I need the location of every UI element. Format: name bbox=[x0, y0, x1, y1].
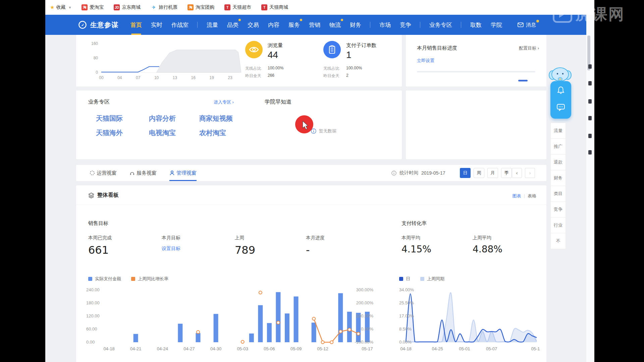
svg-text:04-27: 04-27 bbox=[183, 346, 195, 351]
svg-text:05-12: 05-12 bbox=[317, 346, 328, 351]
metric-week-done: 本周已完成 661 bbox=[88, 235, 112, 256]
prev-period-button[interactable]: ‹ bbox=[512, 168, 522, 178]
quick-nav-item[interactable]: 类目 bbox=[550, 186, 566, 202]
brand[interactable]: 生意参谋 bbox=[78, 20, 118, 29]
nav-item[interactable]: 财务 bbox=[350, 15, 361, 35]
view-tab[interactable]: 服务视窗 bbox=[129, 165, 157, 181]
nav-item[interactable]: 实时 bbox=[151, 15, 162, 35]
stat-time: 统计时间 2019-05-17 bbox=[391, 165, 445, 181]
period-button[interactable]: 日 bbox=[460, 168, 471, 178]
metric-lastweek-avg: 上周平均 4.88% bbox=[473, 235, 502, 255]
chat-icon[interactable] bbox=[556, 103, 565, 111]
svg-text:13: 13 bbox=[173, 75, 177, 80]
nav-item[interactable]: 内容 bbox=[268, 15, 279, 35]
zone-link-short-video[interactable]: 商家短视频 bbox=[199, 114, 233, 123]
nav-item[interactable]: 营销 bbox=[309, 15, 320, 35]
nav-item[interactable]: 物流 bbox=[329, 15, 341, 35]
nav-item[interactable]: 流量 bbox=[207, 15, 218, 35]
metric-month-goal: 本月目标 设置目标 bbox=[162, 235, 180, 252]
views-yesterday-label: 昨日全天 bbox=[245, 73, 261, 79]
svg-text:04-21: 04-21 bbox=[130, 346, 141, 351]
legend-swatch bbox=[88, 277, 92, 281]
nav-item[interactable]: 作战室 bbox=[171, 15, 189, 35]
nav-item[interactable]: 业务专区 bbox=[429, 15, 452, 35]
favorites-menu[interactable]: ★ 收藏 ▼ bbox=[50, 4, 71, 10]
bookmark-icon: JD bbox=[114, 4, 120, 10]
setup-now-link[interactable]: 立即设置 bbox=[417, 58, 434, 64]
side-tool-icon bbox=[588, 81, 592, 85]
svg-text:8.50%: 8.50% bbox=[399, 326, 412, 331]
svg-text:0.00%: 0.00% bbox=[361, 326, 373, 331]
carousel-indicator[interactable] bbox=[518, 80, 528, 81]
svg-text:25.50%: 25.50% bbox=[399, 300, 414, 305]
view-tab[interactable]: 运营视窗 bbox=[90, 165, 117, 181]
quick-nav-item[interactable]: 退款 bbox=[550, 154, 566, 170]
messages-label: 消息 bbox=[526, 22, 536, 28]
dashboard-title: 整体看板 bbox=[97, 192, 119, 199]
metric-last-week: 上周 789 bbox=[235, 235, 255, 256]
zone-title: 业务专区 bbox=[88, 99, 110, 106]
nav-item[interactable]: 交易 bbox=[248, 15, 259, 35]
bookmark-icon: T bbox=[261, 4, 267, 10]
overall-dashboard-card: 整体看板 图表 | 表格 销售目标 支付转化率 本周已完成 661 本月目标 设… bbox=[76, 185, 546, 362]
goal-title: 本月销售目标进度 bbox=[417, 45, 457, 51]
table-toggle[interactable]: 表格 bbox=[528, 193, 536, 199]
svg-text:05-17: 05-17 bbox=[362, 346, 373, 351]
quick-nav-item[interactable]: 竞争 bbox=[550, 201, 566, 218]
period-button[interactable]: 周 bbox=[474, 168, 484, 178]
today-overview-card: 1608000004071013161923 浏览量 44 无线占比 100.0… bbox=[76, 35, 402, 86]
set-goal-link[interactable]: 设置目标 bbox=[162, 246, 180, 252]
nav-item[interactable]: 竞争 bbox=[400, 15, 411, 35]
svg-text:0.00%: 0.00% bbox=[399, 340, 412, 345]
quick-nav-item[interactable]: 推广 bbox=[550, 138, 566, 155]
configure-goal-link[interactable]: 配置目标 › bbox=[519, 45, 539, 51]
nav-item[interactable]: 首页 bbox=[130, 15, 142, 35]
zone-link-rural-taobao[interactable]: 农村淘宝 bbox=[199, 128, 226, 137]
zone-link-tmall-overseas[interactable]: 天猫海外 bbox=[96, 128, 123, 137]
bookmark-item[interactable]: T 天猫超市 bbox=[224, 4, 251, 10]
nav-item[interactable]: 服务 bbox=[288, 15, 300, 35]
zone-link-content[interactable]: 内容分析 bbox=[149, 114, 176, 123]
bookmark-item[interactable]: JD 京东商城 bbox=[114, 4, 141, 10]
bookmark-item[interactable]: ✈ 旅行机票 bbox=[151, 4, 177, 10]
zone-link-tv-taobao[interactable]: 电视淘宝 bbox=[149, 128, 176, 137]
sales-goal-section-title: 销售目标 bbox=[88, 220, 108, 227]
side-tool-icon bbox=[588, 64, 592, 69]
bookmark-item[interactable]: 淘 爱淘宝 bbox=[82, 4, 104, 10]
enter-zone-link[interactable]: 进入专区 › bbox=[214, 99, 234, 105]
business-zone-card: 业务专区 进入专区 › 学院早知道 天猫国际 内容分析 商家短视频 天猫海外 电… bbox=[76, 90, 402, 159]
svg-text:04: 04 bbox=[117, 75, 122, 80]
zone-link-tmall-global[interactable]: 天猫国际 bbox=[96, 114, 123, 123]
layers-icon bbox=[88, 192, 94, 198]
period-button[interactable]: 季 bbox=[501, 168, 512, 178]
browser-scrollbar[interactable] bbox=[586, 15, 594, 362]
chevron-down-icon: ▼ bbox=[68, 6, 71, 9]
nav-item[interactable]: 学院 bbox=[491, 15, 502, 35]
nav-item[interactable]: 品类 bbox=[227, 15, 238, 35]
view-tab[interactable]: 管理视窗 bbox=[169, 165, 197, 181]
side-tool-icon bbox=[588, 134, 592, 138]
orders-label: 支付子订单数 bbox=[346, 42, 376, 49]
nav-item[interactable]: 取数 bbox=[470, 15, 482, 35]
quick-nav-item[interactable]: 财务 bbox=[550, 170, 566, 186]
next-period-button[interactable]: › bbox=[525, 168, 535, 178]
bookmark-item[interactable]: T 天猫商城 bbox=[261, 4, 288, 10]
bookmark-icon: 淘 bbox=[82, 4, 88, 10]
messages-button[interactable]: 消息 bbox=[518, 22, 536, 28]
toggle-separator: | bbox=[524, 193, 525, 199]
bell-icon[interactable] bbox=[556, 86, 565, 95]
period-button[interactable]: 月 bbox=[487, 168, 498, 178]
views-eye-icon bbox=[245, 41, 263, 58]
legend-item: 实际支付金额 bbox=[88, 276, 121, 282]
svg-text:80: 80 bbox=[94, 56, 98, 60]
goal-progress-bar bbox=[417, 71, 535, 72]
quick-nav-menu: 流量推广退款财务类目竞争行业不 bbox=[550, 123, 566, 249]
quick-nav-item[interactable]: 流量 bbox=[550, 123, 566, 139]
quick-nav-item[interactable]: 行业 bbox=[550, 217, 566, 233]
nav-item[interactable]: 市场 bbox=[379, 15, 391, 35]
bookmark-item[interactable]: 淘 淘宝团购 bbox=[187, 4, 214, 10]
svg-text:07: 07 bbox=[136, 75, 141, 80]
chart-toggle[interactable]: 图表 bbox=[513, 193, 521, 199]
quick-nav-item[interactable]: 不 bbox=[550, 233, 566, 249]
svg-text:04-18: 04-18 bbox=[400, 346, 411, 351]
